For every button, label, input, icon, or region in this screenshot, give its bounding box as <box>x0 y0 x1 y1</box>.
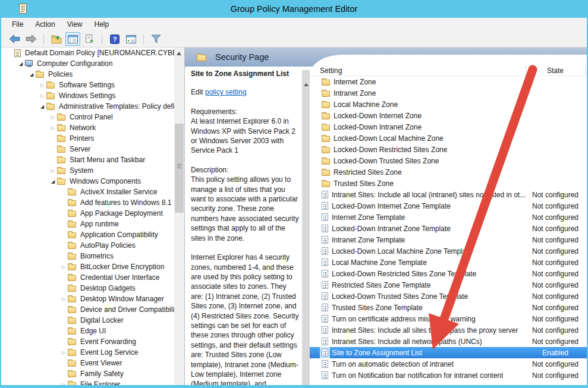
tree-item[interactable]: Device and Driver Compatibility <box>1 304 174 315</box>
settings-row[interactable]: Intranet Zone TemplateNot configured <box>310 234 587 245</box>
tree-item[interactable]: Add features to Windows 8.1 <box>1 197 174 208</box>
tree-item-label: Desktop Gadgets <box>80 284 136 292</box>
settings-row[interactable]: Locked-Down Restricted Sites Zone Templa… <box>310 268 587 279</box>
column-header-state[interactable]: State <box>526 67 585 75</box>
tree-item[interactable]: Server <box>1 144 174 154</box>
tree-item[interactable]: ▷Windows Settings <box>1 90 174 101</box>
expand-icon[interactable]: ▷ <box>59 350 68 355</box>
expand-icon[interactable]: ▷ <box>49 125 57 131</box>
folder-icon <box>68 296 76 302</box>
settings-row[interactable]: Locked-Down Trusted Sites Zone <box>310 155 587 166</box>
settings-row[interactable]: Local Machine Zone TemplateNot configure… <box>310 257 587 268</box>
settings-row[interactable]: Locked-Down Local Machine Zone <box>310 133 587 144</box>
settings-row[interactable]: Locked-Down Internet Zone <box>310 110 587 121</box>
tree-item[interactable]: ActiveX Installer Service <box>1 187 174 197</box>
tree-item[interactable]: ▷Event Log Service <box>1 347 174 358</box>
tree-item[interactable]: Credential User Interface <box>1 272 174 283</box>
help-icon[interactable]: ? <box>107 32 122 46</box>
forward-icon[interactable] <box>24 32 39 46</box>
settings-row[interactable]: Locked-Down Intranet Zone TemplateNot co… <box>310 223 587 234</box>
tree-item[interactable]: ▷Software Settings <box>1 80 174 90</box>
scroll-up-icon[interactable] <box>304 83 309 86</box>
settings-row[interactable]: Intranet Zone <box>310 87 587 99</box>
settings-row[interactable]: Trusted Sites Zone TemplateNot configure… <box>310 302 587 313</box>
tree-item-label: Edge UI <box>80 327 106 335</box>
settings-row[interactable]: Locked-Down Intranet Zone <box>310 121 587 133</box>
show-console-tree-icon[interactable] <box>65 32 80 46</box>
collapse-icon[interactable]: ◢ <box>38 104 46 109</box>
tree-item[interactable]: Event Viewer <box>1 358 174 368</box>
settings-row[interactable]: Local Machine Zone <box>310 99 587 110</box>
tree-item[interactable]: Printers <box>1 133 174 144</box>
settings-row[interactable]: Internet Zone <box>310 76 587 87</box>
tree-item[interactable]: ▷Desktop Window Manager <box>1 294 174 304</box>
tree-item[interactable]: Edge UI <box>1 326 174 336</box>
tree-item[interactable]: Biometrics <box>1 251 174 261</box>
tree-item[interactable]: ▷Network <box>1 122 174 133</box>
menu-action[interactable]: Action <box>29 19 61 30</box>
menu-help[interactable]: Help <box>89 19 115 30</box>
expand-icon[interactable]: ▷ <box>38 93 46 99</box>
tree-item[interactable]: AutoPlay Policies <box>1 240 174 251</box>
tree-item[interactable]: ▷File Explorer <box>1 379 174 385</box>
policy-setting-link[interactable]: policy setting <box>205 88 246 96</box>
column-divider[interactable] <box>585 65 586 75</box>
settings-row[interactable]: Site to Zone Assignment ListEnabled <box>310 347 587 358</box>
menu-file[interactable]: File <box>6 19 29 30</box>
settings-row[interactable]: Turn on certificate address mismatch war… <box>310 313 587 324</box>
tree-item[interactable]: Digital Locker <box>1 315 174 326</box>
settings-row[interactable]: Locked-Down Trusted Sites Zone TemplateN… <box>310 291 587 302</box>
tree-item[interactable]: ◢Policies <box>1 69 174 80</box>
tree-item[interactable]: ◢Computer Configuration <box>1 58 174 69</box>
settings-row[interactable]: Trusted Sites Zone <box>310 178 587 189</box>
tree-item[interactable]: Desktop Gadgets <box>1 283 174 294</box>
settings-row[interactable]: Intranet Sites: Include all sites that b… <box>310 324 587 336</box>
menu-view[interactable]: View <box>61 19 89 30</box>
collapse-icon[interactable]: ◢ <box>27 72 36 77</box>
expand-icon[interactable]: ▷ <box>59 296 68 302</box>
settings-row[interactable]: Intranet Sites: Include all network path… <box>310 336 587 347</box>
show-action-pane-icon[interactable] <box>124 32 139 46</box>
tree-item[interactable]: ◢Windows Components <box>1 176 174 187</box>
expand-icon[interactable]: ▷ <box>38 83 46 88</box>
tree-item[interactable]: ▷System <box>1 165 174 176</box>
filter-icon[interactable] <box>149 32 163 46</box>
tree-item[interactable]: ▷Control Panel <box>1 112 174 122</box>
tree-item[interactable]: Event Forwarding <box>1 336 174 347</box>
settings-row[interactable]: Locked-Down Local Machine Zone TemplateN… <box>310 245 587 257</box>
tree-item[interactable]: App Package Deployment <box>1 208 174 219</box>
collapse-icon[interactable]: ◢ <box>17 61 25 67</box>
column-header-setting[interactable]: Setting <box>320 67 342 75</box>
tree-item[interactable]: Start Menu and Taskbar <box>1 154 174 165</box>
settings-list: Internet ZoneIntranet ZoneLocal Machine … <box>310 76 587 385</box>
up-one-level-icon[interactable] <box>49 32 64 46</box>
tree-item-label: Event Log Service <box>80 348 138 357</box>
back-icon[interactable] <box>7 32 22 46</box>
description-scrollbar[interactable] <box>302 70 310 385</box>
settings-row[interactable]: Locked-Down Internet Zone TemplateNot co… <box>310 200 587 212</box>
scroll-up-icon[interactable] <box>177 52 181 55</box>
settings-row[interactable]: Locked-Down Restricted Sites Zone <box>310 144 587 155</box>
settings-row[interactable]: Intranet Sites: Include all local (intra… <box>310 189 587 200</box>
tree-item[interactable]: Default Domain Policy [NEUROMANCER.CYBER… <box>1 48 174 58</box>
settings-row[interactable]: Restricted Sites Zone <box>310 166 587 178</box>
tree-item-label: Event Viewer <box>80 359 122 367</box>
window-border-left <box>0 18 1 388</box>
export-list-icon[interactable] <box>82 32 97 46</box>
settings-row[interactable]: Restricted Sites Zone TemplateNot config… <box>310 279 587 291</box>
expand-icon[interactable]: ▷ <box>49 115 57 120</box>
tree-item[interactable]: Application Compatibility <box>1 229 174 240</box>
tree-item[interactable]: Family Safety <box>1 368 174 379</box>
scrollbar-thumb[interactable] <box>175 124 184 213</box>
settings-row[interactable]: Turn on automatic detection of intranetN… <box>310 358 587 370</box>
tree-item[interactable]: ▷BitLocker Drive Encryption <box>1 261 174 272</box>
tree-item[interactable]: App runtime <box>1 219 174 229</box>
collapse-icon[interactable]: ◢ <box>49 179 57 184</box>
tree-scrollbar[interactable] <box>174 48 184 385</box>
expand-icon[interactable]: ▷ <box>49 168 57 174</box>
title-bar[interactable]: Group Policy Management Editor <box>0 0 588 18</box>
tree-item[interactable]: ◢Administrative Templates: Policy defini… <box>1 101 174 112</box>
settings-row[interactable]: Turn on Notification bar notification fo… <box>310 370 587 381</box>
settings-row[interactable]: Internet Zone TemplateNot configured <box>310 212 587 223</box>
expand-icon[interactable]: ▷ <box>59 264 68 270</box>
